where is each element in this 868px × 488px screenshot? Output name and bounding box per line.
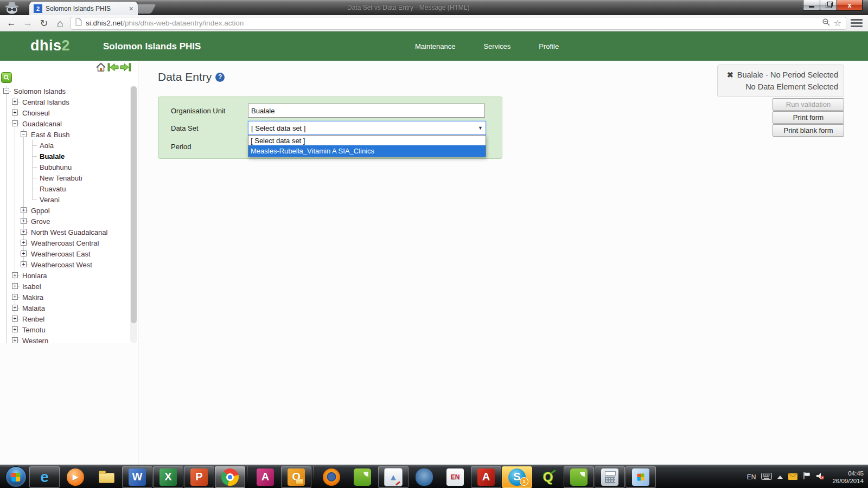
new-tab-button[interactable] <box>131 4 156 14</box>
tree-item-renbel[interactable]: +Renbel <box>3 313 107 324</box>
show-hidden-icons-button[interactable] <box>777 476 783 479</box>
tree-expand-icon[interactable]: + <box>12 110 18 115</box>
tree-item-makira[interactable]: +Makira <box>3 292 107 303</box>
org-unit-input[interactable] <box>248 104 485 118</box>
tree-item-gppol[interactable]: +Gppol <box>3 205 107 216</box>
mail-icon[interactable] <box>788 472 797 482</box>
tree-collapse-icon[interactable]: − <box>3 88 9 94</box>
tree-expand-icon[interactable]: + <box>21 240 27 246</box>
tree-expand-icon[interactable]: + <box>21 218 27 224</box>
url-bar[interactable]: si.dhis2.net/phis/dhis-web-dataentry/ind… <box>71 17 846 30</box>
endnote-taskbar[interactable]: EN <box>440 466 470 488</box>
tree-collapse-icon[interactable]: − <box>12 120 18 126</box>
tree-previous-icon[interactable] <box>107 63 119 74</box>
action-center-flag-icon[interactable] <box>803 472 810 482</box>
browser-tab[interactable]: 2 Solomon Islands PHIS × <box>29 2 138 15</box>
header-menu-services[interactable]: Services <box>483 42 510 50</box>
tree-next-icon[interactable] <box>120 63 131 74</box>
tree-item-weathercoast-west[interactable]: +Weathercoast West <box>3 259 107 270</box>
keyboard-icon[interactable] <box>761 472 772 482</box>
tree-item-ruavatu[interactable]: Ruavatu <box>3 183 107 194</box>
tree-scrollbar[interactable] <box>130 86 137 343</box>
tree-expand-icon[interactable]: + <box>21 229 27 235</box>
help-icon[interactable]: ? <box>215 73 225 82</box>
tree-item-solomon-islands[interactable]: −Solomon Islands <box>3 86 107 97</box>
windows-explorer-taskbar[interactable] <box>91 466 122 488</box>
tree-expand-icon[interactable]: + <box>12 337 18 343</box>
window-restore-button[interactable] <box>820 0 837 11</box>
tree-item-north-west-guadalcanal[interactable]: +North West Guadalcanal <box>3 227 107 237</box>
ms-excel-taskbar[interactable]: X <box>153 466 183 488</box>
tree-expand-icon[interactable]: + <box>21 251 27 256</box>
back-icon[interactable]: ← <box>5 18 17 28</box>
print-blank-form-button[interactable]: Print blank form <box>773 124 844 137</box>
org-unit-search-button[interactable] <box>1 72 12 83</box>
clear-selection-icon[interactable]: ✖ <box>727 69 733 81</box>
ms-outlook-taskbar[interactable]: O <box>281 466 311 488</box>
tree-expand-icon[interactable]: + <box>12 99 18 105</box>
tree-item-bualale[interactable]: Bualale <box>3 151 107 162</box>
tree-item-central-islands[interactable]: +Central Islands <box>3 97 107 107</box>
tree-expand-icon[interactable]: + <box>12 326 18 332</box>
adobe-reader-taskbar[interactable]: A <box>471 466 501 488</box>
tree-item-temotu[interactable]: +Temotu <box>3 324 107 335</box>
firefox-taskbar[interactable] <box>316 466 347 488</box>
tree-item-weathercoast-east[interactable]: +Weathercoast East <box>3 248 107 259</box>
browser-menu-icon[interactable] <box>851 19 863 27</box>
tree-item-malaita[interactable]: +Malaita <box>3 303 107 313</box>
url-text[interactable]: si.dhis2.net/phis/dhis-web-dataentry/ind… <box>86 19 818 27</box>
evernote-taskbar[interactable] <box>347 466 378 488</box>
tree-item-choiseul[interactable]: +Choiseul <box>3 107 107 118</box>
paint-taskbar[interactable]: ▲ <box>378 466 409 488</box>
tree-item-western[interactable]: +Western <box>3 335 107 343</box>
ms-word-taskbar[interactable]: W <box>122 466 152 488</box>
start-button[interactable] <box>3 466 29 488</box>
tree-item-guadalcanal[interactable]: −Guadalcanal <box>3 118 107 129</box>
header-menu-maintenance[interactable]: Maintenance <box>415 42 455 50</box>
zoom-icon[interactable] <box>822 18 830 28</box>
tree-expand-icon[interactable]: + <box>12 316 18 322</box>
language-indicator[interactable]: EN <box>747 473 756 481</box>
dataset-option-select-data-set[interactable]: [ Select data set ] <box>248 136 486 145</box>
bookmark-star-icon[interactable]: ☆ <box>834 19 841 28</box>
tree-expand-icon[interactable]: + <box>12 272 18 278</box>
internet-explorer-taskbar[interactable]: e <box>29 466 60 488</box>
dhis2-logo[interactable]: dhis2 <box>30 37 70 54</box>
ms-access-taskbar[interactable]: A <box>250 466 280 488</box>
tree-expand-icon[interactable]: + <box>12 305 18 311</box>
home-icon[interactable]: ⌂ <box>54 18 66 29</box>
ms-powerpoint-taskbar[interactable]: P <box>184 466 214 488</box>
taskbar-clock[interactable]: 04:45 26/09/2014 <box>832 470 864 485</box>
forward-icon[interactable]: → <box>22 18 34 28</box>
qgis-taskbar[interactable]: Q <box>533 466 563 488</box>
tree-item-weathercoast-central[interactable]: +Weathercoast Central <box>3 237 107 248</box>
volume-muted-icon[interactable] <box>816 472 825 482</box>
tree-collapse-icon[interactable]: − <box>21 131 27 137</box>
tree-scrollbar-thumb[interactable] <box>131 86 137 323</box>
windows-media-player-taskbar[interactable]: ▶ <box>60 466 91 488</box>
tree-item-bubuhunu[interactable]: Bubuhunu <box>3 162 107 172</box>
tree-item-verani[interactable]: Verani <box>3 194 107 205</box>
data-set-select[interactable]: [ Select data set ] ▼ <box>248 121 486 135</box>
tree-home-icon[interactable] <box>95 62 106 74</box>
window-close-button[interactable]: x <box>837 0 863 11</box>
tree-item-grove[interactable]: +Grove <box>3 216 107 227</box>
calculator-taskbar[interactable] <box>595 466 625 488</box>
tree-item-isabel[interactable]: +Isabel <box>3 281 107 292</box>
tree-expand-icon[interactable]: + <box>12 294 18 300</box>
tree-item-east-bush[interactable]: −East & Bush <box>3 129 107 140</box>
tree-item-new-tenabuti[interactable]: New Tenabuti <box>3 172 107 183</box>
tree-expand-icon[interactable]: + <box>21 261 27 267</box>
evernote-2-taskbar[interactable] <box>564 466 594 488</box>
google-chrome-taskbar[interactable] <box>215 466 245 488</box>
reload-icon[interactable]: ↻ <box>38 18 50 28</box>
window-minimize-button[interactable] <box>803 0 820 11</box>
print-form-button[interactable]: Print form <box>773 111 844 124</box>
header-menu-profile[interactable]: Profile <box>539 42 559 50</box>
tree-item-honiara[interactable]: +Honiara <box>3 270 107 281</box>
skype-taskbar[interactable]: S1 <box>502 466 532 488</box>
tree-item-aola[interactable]: Aola <box>3 140 107 151</box>
tree-expand-icon[interactable]: + <box>21 207 27 213</box>
postgresql-taskbar[interactable] <box>409 466 439 488</box>
windows-app-taskbar[interactable] <box>626 466 656 488</box>
